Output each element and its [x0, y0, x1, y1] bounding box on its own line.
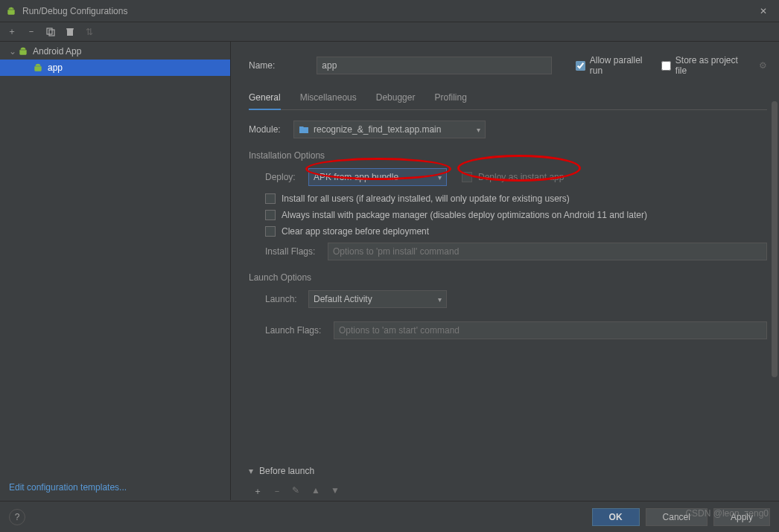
allow-parallel-checkbox[interactable]: Allow parallel run — [576, 55, 649, 76]
config-tree: ⌄ Android App app — [0, 42, 230, 475]
install-flags-label: Install Flags: — [265, 246, 328, 257]
clear-storage-checkbox[interactable]: Clear app storage before deployment — [265, 226, 767, 237]
tree-item-app[interactable]: app — [0, 60, 230, 76]
checkbox-icon — [265, 226, 276, 237]
save-config-button[interactable] — [64, 26, 76, 38]
move-up-button: ▲ — [311, 485, 323, 497]
android-icon — [6, 6, 16, 16]
move-down-button: ▼ — [331, 485, 343, 497]
deploy-label: Deploy: — [265, 172, 308, 182]
install-flags-input[interactable] — [328, 243, 767, 260]
tab-debugger[interactable]: Debugger — [376, 89, 416, 109]
cancel-button[interactable]: Cancel — [646, 508, 708, 526]
help-button[interactable]: ? — [9, 509, 25, 525]
checkbox-icon — [265, 193, 276, 204]
gear-icon[interactable]: ⚙ — [759, 60, 767, 71]
edit-templates-link[interactable]: Edit configuration templates... — [9, 482, 127, 493]
scrollbar[interactable] — [772, 101, 778, 496]
tab-profiling[interactable]: Profiling — [434, 89, 466, 109]
window-title: Run/Debug Configurations — [22, 6, 754, 16]
toolbar: ＋ － ⇅ — [0, 22, 779, 42]
titlebar: Run/Debug Configurations ✕ — [0, 0, 779, 22]
tree-root-android-app[interactable]: ⌄ Android App — [0, 43, 230, 60]
before-launch-toolbar: ＋ － ✎ ▲ ▼ — [249, 482, 767, 500]
folder-icon — [299, 125, 309, 134]
sidebar: ⌄ Android App app Edit configuration tem… — [0, 42, 231, 500]
deploy-instant-checkbox: Deploy as instant app — [462, 172, 564, 182]
bottom-bar: ? OK Cancel Apply — [0, 501, 779, 532]
checkbox-icon — [462, 172, 472, 182]
content-pane: Name: Allow parallel run Store as projec… — [231, 42, 779, 500]
edit-task-button: ✎ — [292, 485, 304, 497]
ok-button[interactable]: OK — [592, 508, 640, 526]
checkbox-icon — [265, 210, 276, 220]
before-launch-toggle[interactable]: ▾ Before launch — [249, 466, 767, 476]
svg-point-0 — [10, 7, 10, 8]
installation-options-title: Installation Options — [249, 150, 767, 161]
remove-task-button: － — [273, 485, 284, 497]
launch-dropdown[interactable]: Default Activity — [308, 290, 447, 308]
add-task-button[interactable]: ＋ — [253, 485, 265, 497]
copy-config-button[interactable] — [45, 26, 57, 38]
tree-item-label: app — [48, 63, 63, 73]
remove-config-button[interactable]: － — [25, 26, 37, 38]
sort-config-button[interactable]: ⇅ — [83, 26, 95, 38]
chevron-down-icon: ▾ — [249, 466, 253, 476]
android-icon — [33, 63, 43, 73]
deploy-dropdown[interactable]: APK from app bundle — [308, 168, 447, 186]
launch-label: Launch: — [265, 294, 308, 304]
android-icon — [18, 46, 28, 57]
close-icon[interactable]: ✕ — [754, 3, 773, 19]
always-pkg-mgr-checkbox[interactable]: Always install with package manager (dis… — [265, 210, 767, 220]
module-label: Module: — [249, 124, 293, 135]
install-all-users-checkbox[interactable]: Install for all users (if already instal… — [265, 193, 767, 204]
launch-flags-label: Launch Flags: — [265, 325, 334, 336]
add-config-button[interactable]: ＋ — [6, 26, 18, 38]
tab-general[interactable]: General — [249, 89, 281, 110]
chevron-down-icon: ⌄ — [9, 46, 18, 57]
name-input[interactable] — [317, 57, 551, 74]
launch-options-title: Launch Options — [249, 272, 767, 283]
launch-flags-input[interactable] — [334, 321, 767, 339]
name-label: Name: — [249, 60, 305, 71]
store-as-project-checkbox[interactable]: Store as project file — [661, 55, 743, 76]
apply-button[interactable]: Apply — [713, 508, 770, 526]
module-dropdown[interactable]: recognize_&_find_text.app.main — [293, 121, 486, 138]
tab-miscellaneous[interactable]: Miscellaneous — [300, 89, 357, 109]
tabs: General Miscellaneous Debugger Profiling — [249, 89, 767, 110]
tree-root-label: Android App — [33, 46, 81, 57]
svg-point-1 — [12, 7, 13, 8]
